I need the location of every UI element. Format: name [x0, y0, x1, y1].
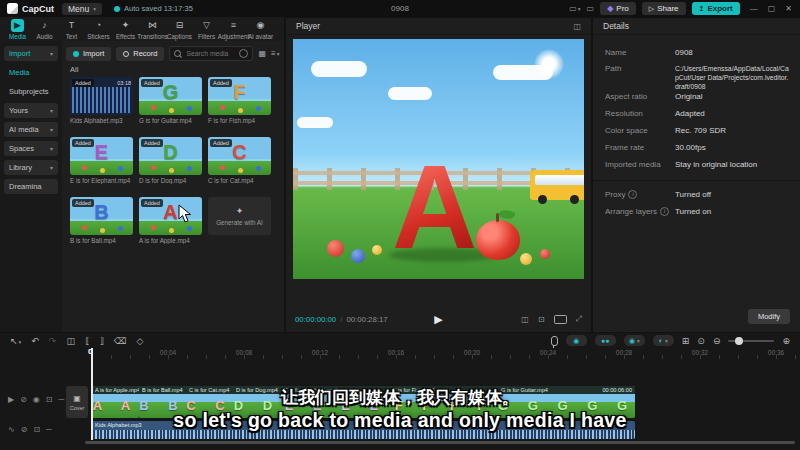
tab-ai-avatar[interactable]: ◉AI avatar [247, 19, 274, 40]
media-cell[interactable]: F Added F is for Fish.mp4 [208, 77, 271, 127]
minimize-button[interactable]: — [750, 4, 758, 13]
redo-icon[interactable]: ↷ [49, 336, 57, 346]
ball-graphic [540, 249, 550, 259]
info-icon[interactable]: i [660, 207, 669, 216]
record-button[interactable]: Record [116, 47, 164, 61]
menu-button[interactable]: Menu ▾ [62, 3, 102, 15]
pro-label: Pro [616, 4, 628, 13]
split-icon[interactable]: ◫ [66, 336, 75, 346]
media-cell[interactable]: C Added C is for Cat.mp4 [208, 137, 271, 187]
search-options-icon[interactable] [239, 49, 248, 58]
media-toolbar: Import Record ▦ ≡▾ ▼▾ [66, 46, 296, 61]
preview-axis-toggle[interactable]: ◐▾ [653, 335, 674, 346]
delete-right-icon[interactable]: ⟧ [99, 336, 103, 346]
sidebar-item-yours[interactable]: Yours▾ [4, 103, 58, 118]
sidebar-item-ai-media[interactable]: AI media▾ [4, 122, 58, 137]
linked-selection-toggle[interactable]: ◉▾ [624, 335, 645, 346]
player-options-icon[interactable]: ◫ [573, 22, 581, 31]
media-thumb[interactable]: B Added [70, 197, 133, 235]
capcut-logo-icon [7, 3, 18, 14]
tab-effects[interactable]: ✦Effects [112, 19, 139, 40]
sort-icon[interactable]: ≡▾ [271, 49, 279, 58]
share-button[interactable]: ▷ Share [642, 2, 686, 15]
delete-icon[interactable]: ⌫ [114, 336, 127, 346]
modify-button[interactable]: Modify [748, 309, 790, 324]
zoom-in-icon[interactable]: ⊕ [782, 336, 790, 346]
media-thumb[interactable]: C Added [208, 137, 271, 175]
media-cell[interactable]: B Added B is for Ball.mp4 [70, 197, 133, 247]
sidebar-item-library[interactable]: Library▾ [4, 160, 58, 175]
snap-icon[interactable]: ⊙ [697, 336, 705, 346]
media-thumb-audio[interactable]: Added 03:18 [70, 77, 133, 115]
search-box[interactable] [169, 46, 253, 61]
field-label: Frame rate [605, 143, 675, 152]
fullscreen-icon[interactable]: ⤢ [576, 314, 582, 324]
sidebar-item-dreamina[interactable]: Dreamina [4, 179, 58, 194]
tab-text[interactable]: TText [58, 19, 85, 40]
view-grid-icon[interactable]: ▦ [258, 49, 266, 58]
sidebar-item-spaces[interactable]: Spaces▾ [4, 141, 58, 156]
filter-all-label[interactable]: All [70, 65, 78, 74]
preview-mode-icon[interactable]: ⊞ [682, 336, 690, 346]
timeline-horizontal-scrollbar[interactable] [85, 441, 795, 444]
media-cell[interactable]: E Added E is for Elephant.mp4 [70, 137, 133, 187]
tab-transitions[interactable]: ⋈Transitions [139, 19, 166, 40]
media-cell[interactable]: D Added D is for Dog.mp4 [139, 137, 202, 187]
tab-adjustment[interactable]: ≡Adjustment [220, 19, 247, 40]
media-thumb[interactable]: G Added [139, 77, 202, 115]
preview-letter: A [392, 157, 477, 257]
balls-graphic [151, 225, 156, 230]
media-thumb[interactable]: E Added [70, 137, 133, 175]
zoom-slider-knob[interactable] [735, 337, 743, 345]
import-button[interactable]: Import [66, 47, 111, 61]
aspect-ratio-icon[interactable] [554, 315, 567, 324]
added-badge: Added [210, 79, 232, 87]
info-icon[interactable]: i [628, 190, 637, 199]
search-input[interactable] [184, 49, 236, 58]
chevron-down-icon: ▾ [50, 107, 53, 114]
timeline-toolbar: ↖▾ ↶ ↷ ◫ ⟦ ⟧ ⌫ ◇ ◉ ●● ◉▾ ◐▾ ⊞ ⊙ ⊖ ⊕ [0, 333, 800, 348]
preview-quality-icon[interactable]: ⊡ [538, 315, 545, 324]
share-label: Share [657, 4, 678, 13]
play-button[interactable]: ▶ [434, 313, 442, 326]
tab-captions[interactable]: ⊟Captions [166, 19, 193, 40]
tab-media[interactable]: ▶Media [4, 19, 31, 40]
sidebar-item-subprojects[interactable]: Subprojects [4, 84, 58, 99]
sidebar-item-media[interactable]: Media [4, 65, 58, 80]
delete-left-icon[interactable]: ⟦ [85, 336, 89, 346]
subtitle-english: so let's go back to media and only media… [0, 409, 800, 432]
tab-stickers[interactable]: ◔Stickers [85, 19, 112, 40]
zoom-out-icon[interactable]: ⊖ [713, 336, 721, 346]
media-cell[interactable]: Added 03:18 Kids Alphabet.mp3 [70, 77, 133, 127]
added-badge: Added [141, 79, 163, 87]
layout-toggle-icon[interactable]: ▭▾ [569, 4, 580, 13]
panel-layout-icon[interactable]: ▭ [587, 4, 595, 13]
freeze-frame-icon[interactable]: ◇ [137, 336, 144, 346]
media-cell[interactable]: G Added G is for Guitar.mp4 [139, 77, 202, 127]
stickers-icon: ◔ [92, 19, 105, 32]
sidebar-item-import[interactable]: Import▾ [4, 46, 58, 61]
mirror-preview-icon[interactable]: ◫ [521, 315, 529, 324]
tab-audio[interactable]: ♪Audio [31, 19, 58, 40]
media-thumb[interactable]: F Added [208, 77, 271, 115]
generate-with-ai-tile[interactable]: ✦ Generate with AI [208, 197, 271, 235]
timeline-zoom-slider[interactable] [728, 340, 774, 342]
autosave-text: Auto saved 13:17:35 [124, 4, 193, 13]
media-name: D is for Dog.mp4 [139, 177, 202, 184]
undo-icon[interactable]: ↶ [31, 336, 39, 346]
auto-snap-toggle[interactable]: ●● [595, 335, 616, 346]
pro-button[interactable]: ◆ Pro [600, 2, 636, 15]
media-icon: ▶ [11, 19, 24, 32]
media-thumb[interactable]: D Added [139, 137, 202, 175]
generate-label: Generate with AI [216, 219, 263, 226]
select-tool-icon[interactable]: ↖▾ [10, 336, 21, 346]
close-button[interactable]: ✕ [785, 4, 792, 13]
record-voiceover-icon[interactable] [551, 336, 558, 346]
tab-filters[interactable]: ▽Filters [193, 19, 220, 40]
maximize-button[interactable]: ▢ [768, 4, 776, 13]
timeline-ruler[interactable]: 00:04 00:08 00:12 00:16 00:20 00:24 00:2… [60, 348, 800, 359]
export-button[interactable]: ↥ Export [692, 2, 740, 15]
main-track-magnet-toggle[interactable]: ◉ [566, 335, 587, 346]
media-cell[interactable]: ✦ Generate with AI [208, 197, 271, 247]
waveform-graphic [72, 87, 131, 113]
